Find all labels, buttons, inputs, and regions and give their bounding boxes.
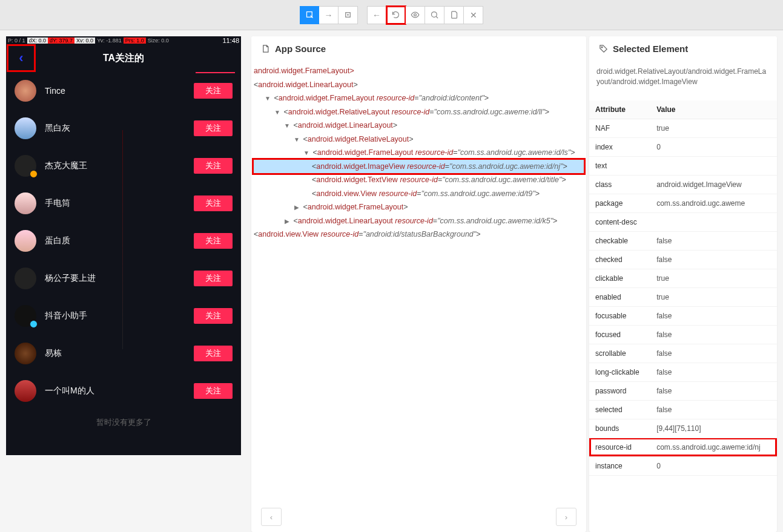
tree-node[interactable]: ▼ <android.widget.RelativeLayout resourc… [254,105,584,119]
search-button[interactable] [425,6,444,24]
tree-node[interactable]: ▶ <android.widget.LinearLayout resource-… [254,214,584,228]
attr-row[interactable]: focusablefalse [589,306,777,325]
svg-point-5 [601,47,603,48]
tree-node[interactable]: <android.widget.TextView resource-id="co… [254,173,584,187]
phone-back-button[interactable]: ‹ [8,46,34,70]
eye-button[interactable] [406,6,425,24]
selected-title: Selected Element [613,44,688,54]
tree-node[interactable]: ▼ <android.widget.FrameLayout resource-i… [254,91,584,105]
user-row[interactable]: 一个叫M的人关注 [6,372,241,410]
tree-node[interactable]: ▼ <android.widget.RelativeLayout> [254,133,584,146]
attr-row[interactable]: instance0 [589,456,777,475]
attr-row[interactable]: passwordfalse [589,381,777,400]
tree-node[interactable]: <android.widget.LinearLayout> [254,78,584,92]
dbg: P: 0 / 1 [6,38,27,44]
attr-key: clickable [589,269,650,287]
follow-button[interactable]: 关注 [194,195,233,211]
tree-node[interactable]: ▼ <android.widget.FrameLayout resource-i… [254,146,584,160]
attr-key: focusable [589,306,650,325]
attr-row[interactable]: selectedfalse [589,400,777,419]
toggle-icon[interactable]: ▼ [263,93,272,104]
avatar[interactable] [15,343,36,364]
toggle-icon[interactable]: ▼ [283,120,291,131]
quit-button[interactable]: ✕ [464,6,483,24]
phone-screen[interactable]: P: 0 / 1 dX: 0.0 dY: 379.7 Xv: 0.0 Yv: -… [6,36,241,455]
toggle-icon[interactable]: ▶ [292,202,301,213]
avatar[interactable] [15,380,36,402]
follow-button[interactable]: 关注 [194,233,233,249]
follow-button[interactable]: 关注 [194,83,233,99]
avatar[interactable] [15,305,36,327]
source-tree[interactable]: android.widget.FrameLayout><android.widg… [251,61,586,502]
toggle-icon[interactable]: ▶ [283,216,291,227]
attr-row[interactable]: focusedfalse [589,325,777,344]
prev-button[interactable]: ‹ [261,508,282,526]
next-button[interactable]: › [556,508,577,526]
toggle-icon[interactable]: ▼ [302,148,311,159]
select-element-button[interactable] [300,6,319,24]
copy-xml-button[interactable] [444,6,464,24]
user-row[interactable]: 蛋白质关注 [6,222,241,260]
user-row[interactable]: 杰克大魔王关注 [6,147,241,185]
follow-button[interactable]: 关注 [194,271,233,286]
attr-value [650,212,777,231]
follow-button[interactable]: 关注 [194,383,233,399]
avatar[interactable] [15,268,36,289]
follow-button[interactable]: 关注 [194,308,233,324]
attribute-table: Attribute Value NAFtrueindex0textclassan… [589,100,777,476]
follow-button[interactable]: 关注 [194,120,233,136]
app-source-head: App Source [251,36,586,61]
th-value: Value [650,100,777,119]
tree-node[interactable]: <android.view.View resource-id="android:… [254,228,584,241]
user-list[interactable]: Tince关注黑白灰关注杰克大魔王关注手电筒关注蛋白质关注杨公子要上进关注抖音小… [6,72,241,410]
xpath-text: droid.widget.RelativeLayout/android.widg… [589,61,777,93]
attr-key: index [589,137,650,156]
attr-row[interactable]: checkablefalse [589,231,777,250]
tree-node[interactable]: <android.widget.ImageView resource-id="c… [254,160,584,174]
user-row[interactable]: 易栋关注 [6,335,241,372]
attr-row[interactable]: packagecom.ss.android.ugc.aweme [589,194,777,212]
avatar[interactable] [15,192,36,214]
avatar[interactable] [15,155,36,177]
avatar[interactable] [15,230,36,252]
avatar[interactable] [15,80,36,102]
user-row[interactable]: Tince关注 [6,72,241,110]
back-button[interactable]: ← [367,6,386,24]
user-row[interactable]: 手电筒关注 [6,185,241,222]
attr-row[interactable]: resource-idcom.ss.android.ugc.aweme:id/n… [589,438,777,456]
attr-row[interactable]: classandroid.widget.ImageView [589,175,777,194]
attr-row[interactable]: scrollablefalse [589,344,777,363]
toggle-icon[interactable]: ▼ [273,107,282,118]
attr-row[interactable]: checkedfalse [589,250,777,269]
verified-badge [30,170,38,178]
attr-row[interactable]: content-desc [589,212,777,231]
tree-node[interactable]: ▼ <android.widget.LinearLayout> [254,119,584,133]
refresh-button[interactable] [386,6,406,24]
user-row[interactable]: 抖音小助手关注 [6,297,241,335]
attr-row[interactable]: clickabletrue [589,269,777,287]
attr-row[interactable]: NAFtrue [589,119,777,137]
tap-coord-button[interactable] [339,6,358,24]
list-footer: 暂时没有更多了 [6,410,241,428]
swipe-button[interactable]: → [319,6,339,24]
attr-value [650,156,777,175]
avatar[interactable] [15,117,36,139]
attr-row[interactable]: bounds[9,44][75,110] [589,419,777,438]
attr-row[interactable]: index0 [589,137,777,156]
follow-button[interactable]: 关注 [194,346,233,361]
toggle-icon[interactable]: ▼ [292,134,301,145]
attr-row[interactable]: enabledtrue [589,287,777,306]
follow-button[interactable]: 关注 [194,158,233,174]
attr-row[interactable]: text [589,156,777,175]
tree-node[interactable]: android.widget.FrameLayout> [254,64,584,78]
attr-key: password [589,381,650,400]
attr-key: enabled [589,287,650,306]
attr-row[interactable]: long-clickablefalse [589,363,777,381]
attr-key: class [589,175,650,194]
tree-node[interactable]: ▶ <android.widget.FrameLayout> [254,200,584,214]
tree-node[interactable]: <android.view.View resource-id="com.ss.a… [254,187,584,201]
user-name: 一个叫M的人 [45,386,194,396]
user-row[interactable]: 杨公子要上进关注 [6,260,241,297]
user-row[interactable]: 黑白灰关注 [6,110,241,147]
attr-value: false [650,381,777,400]
